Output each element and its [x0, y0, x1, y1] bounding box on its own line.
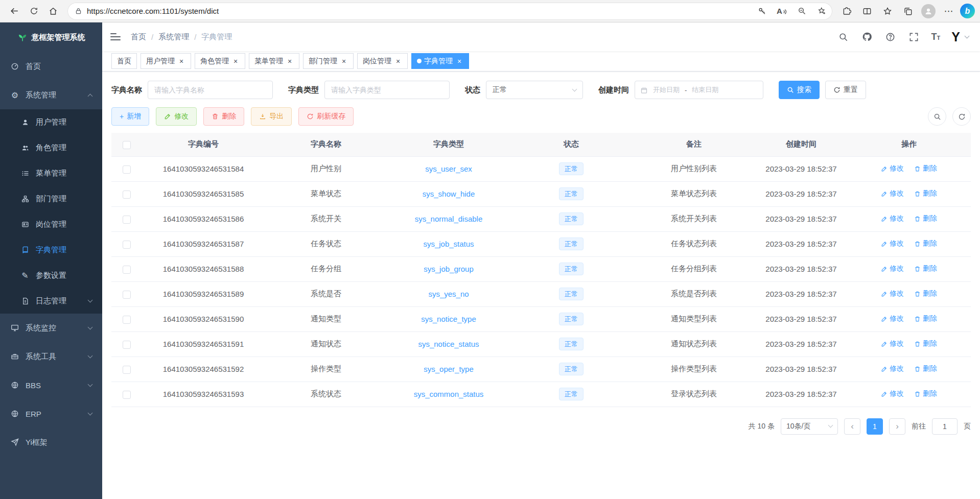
dict-type-link[interactable]: sys_job_status — [423, 240, 474, 248]
row-edit-link[interactable]: 修改 — [881, 389, 904, 398]
font-size-icon[interactable]: TT — [931, 32, 941, 41]
more-menu-button[interactable]: ⋯ — [940, 2, 958, 20]
github-icon[interactable] — [861, 31, 873, 43]
sidebar-item-parameter-settings[interactable]: ✎ 参数设置 — [0, 263, 102, 288]
sidebar-item-user-management[interactable]: 用户管理 — [0, 109, 102, 135]
dict-type-link[interactable]: sys_yes_no — [428, 290, 469, 298]
goto-page-input[interactable] — [932, 418, 958, 435]
search-icon[interactable] — [837, 31, 850, 43]
delete-button[interactable]: 删除 — [203, 107, 244, 126]
sidebar-item-system-monitor[interactable]: 系统监控 — [0, 314, 102, 342]
tab-position-management[interactable]: 岗位管理× — [357, 53, 408, 69]
tab-home[interactable]: 首页 — [111, 53, 137, 69]
dict-type-link[interactable]: sys_job_group — [424, 265, 474, 273]
refresh-cache-button[interactable]: 刷新缓存 — [298, 107, 354, 126]
extensions-icon[interactable] — [837, 2, 856, 20]
favorites-icon[interactable] — [878, 2, 897, 20]
row-delete-link[interactable]: 删除 — [914, 314, 937, 323]
refresh-button[interactable] — [25, 2, 43, 20]
sidebar-item-log-management[interactable]: 日志管理 — [0, 288, 102, 314]
tab-department-management[interactable]: 部门管理× — [303, 53, 354, 69]
edit-button[interactable]: 修改 — [156, 107, 197, 126]
dict-type-link[interactable]: sys_oper_type — [424, 365, 474, 373]
row-delete-link[interactable]: 删除 — [914, 264, 937, 273]
profile-avatar[interactable] — [919, 2, 938, 20]
export-button[interactable]: 导出 — [251, 107, 292, 126]
dict-type-link[interactable]: sys_normal_disable — [415, 215, 483, 223]
sidebar-item-menu-management[interactable]: 菜单管理 — [0, 160, 102, 186]
row-checkbox[interactable] — [123, 316, 131, 324]
sidebar-item-yi-framework[interactable]: Yi框架 — [0, 428, 102, 457]
read-aloud-icon[interactable]: A — [774, 4, 789, 19]
row-checkbox[interactable] — [123, 241, 131, 249]
dict-type-link[interactable]: sys_user_sex — [425, 164, 472, 173]
toggle-search-button[interactable] — [928, 107, 946, 126]
row-checkbox[interactable] — [123, 341, 131, 349]
bing-chat-button[interactable]: b — [960, 4, 975, 18]
sidebar-item-department-management[interactable]: 部门管理 — [0, 186, 102, 211]
row-edit-link[interactable]: 修改 — [881, 289, 904, 298]
zoom-out-icon[interactable] — [794, 4, 809, 19]
tab-user-management[interactable]: 用户管理× — [141, 53, 191, 69]
row-delete-link[interactable]: 删除 — [914, 214, 937, 223]
row-edit-link[interactable]: 修改 — [881, 214, 904, 223]
dict-type-input[interactable] — [324, 81, 450, 99]
collections-icon[interactable] — [899, 2, 917, 20]
row-checkbox[interactable] — [123, 165, 131, 174]
row-checkbox[interactable] — [123, 266, 131, 274]
sidebar-item-position-management[interactable]: 岗位管理 — [0, 211, 102, 237]
row-delete-link[interactable]: 删除 — [914, 364, 937, 373]
add-button[interactable]: + 新增 — [111, 107, 149, 126]
close-icon[interactable]: × — [394, 57, 402, 65]
back-button[interactable] — [5, 2, 24, 20]
status-select[interactable]: 正常 — [486, 81, 583, 99]
close-icon[interactable]: × — [231, 57, 240, 65]
refresh-table-button[interactable] — [952, 107, 971, 126]
search-button[interactable]: 搜索 — [779, 81, 820, 99]
help-icon[interactable] — [884, 31, 897, 43]
next-page-button[interactable]: › — [889, 418, 905, 435]
split-screen-icon[interactable] — [858, 2, 876, 20]
breadcrumb-system[interactable]: 系统管理 — [158, 32, 189, 42]
fullscreen-icon[interactable] — [908, 31, 920, 43]
page-1-button[interactable]: 1 — [867, 418, 883, 435]
row-edit-link[interactable]: 修改 — [881, 164, 904, 173]
reset-button[interactable]: 重置 — [825, 81, 866, 99]
page-size-select[interactable]: 10条/页 — [781, 418, 838, 435]
row-delete-link[interactable]: 删除 — [914, 239, 937, 248]
site-info-icon[interactable] — [75, 7, 82, 15]
close-icon[interactable]: × — [455, 57, 463, 65]
dict-type-link[interactable]: sys_notice_status — [418, 340, 479, 348]
row-edit-link[interactable]: 修改 — [881, 314, 904, 323]
home-button[interactable] — [44, 2, 62, 20]
row-edit-link[interactable]: 修改 — [881, 239, 904, 248]
breadcrumb-home[interactable]: 首页 — [131, 32, 146, 42]
sidebar-item-dictionary-management[interactable]: 字典管理 — [0, 237, 102, 263]
row-checkbox[interactable] — [123, 366, 131, 374]
sidebar-item-system-tools[interactable]: 系统工具 — [0, 342, 102, 371]
sidebar-item-role-management[interactable]: 角色管理 — [0, 135, 102, 160]
close-icon[interactable]: × — [286, 57, 294, 65]
tab-menu-management[interactable]: 菜单管理× — [249, 53, 299, 69]
row-delete-link[interactable]: 删除 — [914, 189, 937, 198]
row-edit-link[interactable]: 修改 — [881, 364, 904, 373]
dict-type-link[interactable]: sys_show_hide — [423, 189, 475, 198]
row-delete-link[interactable]: 删除 — [914, 289, 937, 298]
row-checkbox[interactable] — [123, 291, 131, 299]
add-favorite-icon[interactable] — [814, 4, 829, 19]
select-all-checkbox[interactable] — [123, 141, 131, 149]
dict-name-input[interactable] — [148, 81, 273, 99]
row-checkbox[interactable] — [123, 391, 131, 399]
sidebar-item-bbs[interactable]: BBS — [0, 371, 102, 399]
password-key-icon[interactable] — [754, 4, 769, 19]
sidebar-item-home[interactable]: 首页 — [0, 52, 102, 81]
sidebar-item-system-management[interactable]: ⚙ 系统管理 — [0, 81, 102, 109]
hamburger-icon[interactable] — [110, 33, 121, 40]
row-edit-link[interactable]: 修改 — [881, 339, 904, 348]
yi-logo-avatar[interactable]: Y — [951, 31, 960, 43]
row-edit-link[interactable]: 修改 — [881, 189, 904, 198]
address-bar[interactable]: https://ccnetcore.com:1101/system/dict A — [67, 3, 832, 20]
dict-type-link[interactable]: sys_common_status — [414, 390, 484, 398]
tab-dictionary-management[interactable]: 字典管理× — [411, 53, 469, 69]
close-icon[interactable]: × — [177, 57, 185, 65]
